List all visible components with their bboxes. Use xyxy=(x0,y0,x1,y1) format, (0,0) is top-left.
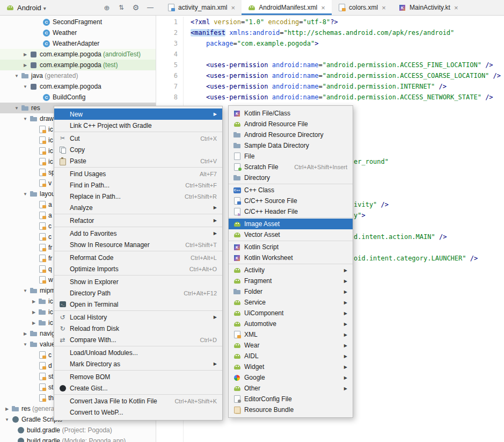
tab-label: activity_main.xml xyxy=(178,4,227,11)
menu-item-open-in-terminal[interactable]: Open in Terminal xyxy=(54,299,222,310)
tab-androidmanifest-xml[interactable]: AndroidManifest.xml xyxy=(242,0,332,15)
chevron-down-icon[interactable] xyxy=(21,288,29,293)
settings-gear-icon[interactable] xyxy=(132,3,140,12)
indent xyxy=(0,205,30,205)
tree-item-com-example-pogoda[interactable]: com.example.pogoda xyxy=(0,81,156,92)
tree-item-build-gradle-project-pogoda[interactable]: build.gradle (Project: Pogoda) xyxy=(0,425,156,436)
menu-item-find-in-path[interactable]: Find in Path...Ctrl+Shift+F xyxy=(54,179,222,191)
menu-item-cut[interactable]: CutCtrl+X xyxy=(54,133,222,144)
menu-item-widget[interactable]: Widget xyxy=(229,361,353,372)
menu-item-vector-asset[interactable]: Vector Asset xyxy=(229,229,353,240)
chevron-right-icon[interactable] xyxy=(3,407,11,411)
menu-item-aidl[interactable]: AIDL xyxy=(229,351,353,361)
menu-item-load-unload-modules[interactable]: Load/Unload Modules... xyxy=(54,347,222,358)
menu-item-add-to-favorites[interactable]: Add to Favorites xyxy=(54,228,222,239)
menu-item-show-in-explorer[interactable]: Show in Explorer xyxy=(54,276,222,287)
tree-item-java-generated[interactable]: java (generated) xyxy=(0,70,156,81)
menu-item-analyze[interactable]: Analyze xyxy=(54,202,222,213)
menu-item-c-class[interactable]: C++ Class xyxy=(229,185,353,195)
chevron-down-icon[interactable] xyxy=(13,74,20,78)
chevron-right-icon[interactable] xyxy=(21,52,29,57)
menu-item-show-in-resource-manager[interactable]: Show In Resource ManagerCtrl+Shift+T xyxy=(54,239,222,250)
menu-item-android-resource-file[interactable]: Android Resource File xyxy=(229,119,353,129)
chevron-down-icon[interactable] xyxy=(21,117,29,121)
menu-item-find-usages[interactable]: Find UsagesAlt+F7 xyxy=(54,168,222,179)
tab-mainactivity-kt[interactable]: MainActivity.kt xyxy=(392,0,465,15)
chevron-right-icon[interactable] xyxy=(30,299,38,304)
menu-item-optimize-imports[interactable]: Optimize ImportsCtrl+Alt+O xyxy=(54,263,222,274)
chevron-right-icon[interactable] xyxy=(30,310,38,315)
chevron-right-icon[interactable] xyxy=(30,321,38,325)
menu-item-directory-path[interactable]: Directory PathCtrl+Alt+F12 xyxy=(54,287,222,299)
menu-item-reload-from-disk[interactable]: Reload from Disk xyxy=(54,323,222,334)
menu-item-image-asset[interactable]: Image Asset xyxy=(229,219,353,229)
menu-item-kotlin-script[interactable]: Kotlin Script xyxy=(229,242,353,252)
menu-shortcut: Ctrl+V xyxy=(200,158,217,164)
tree-item-buildconfig[interactable]: BuildConfig xyxy=(0,92,156,103)
chevron-down-icon[interactable] xyxy=(21,342,29,347)
menu-item-wear[interactable]: Wear xyxy=(229,340,353,351)
menu-item-link-c-project-with-gradle[interactable]: Link C++ Project with Gradle xyxy=(54,120,222,131)
menu-item-resource-bundle[interactable]: Resource Bundle xyxy=(229,404,353,415)
menu-item-create-gist[interactable]: Create Gist... xyxy=(54,382,222,394)
chevron-right-icon[interactable] xyxy=(21,331,29,336)
menu-item-c-c-header-file[interactable]: C/C++ Header File xyxy=(229,206,353,217)
menu-item-activity[interactable]: Activity xyxy=(229,265,353,276)
menu-item-label: C/C++ Source File xyxy=(244,197,297,205)
tree-item-com-example-pogoda-test[interactable]: com.example.pogoda (test) xyxy=(0,60,156,70)
menu-item-service[interactable]: Service xyxy=(229,297,353,308)
project-view-selector[interactable]: Android xyxy=(17,4,46,12)
menu-item-file[interactable]: File xyxy=(229,151,353,162)
menu-item-other[interactable]: Other xyxy=(229,383,353,394)
menu-item-compare-with[interactable]: Compare With...Ctrl+D xyxy=(54,334,222,345)
tree-item-build-gradle-module-pogoda-app[interactable]: build.gradle (Module: Pogoda.app) xyxy=(0,436,156,442)
menu-item-convert-java-file-to-kotlin-file[interactable]: Convert Java File to Kotlin FileCtrl+Alt… xyxy=(54,395,222,407)
menu-item-kotlin-file-class[interactable]: Kotlin File/Class xyxy=(229,108,353,119)
chevron-right-icon[interactable] xyxy=(21,63,29,68)
menu-item-sample-data-directory[interactable]: Sample Data Directory xyxy=(229,140,353,151)
menu-item-scratch-file[interactable]: Scratch FileCtrl+Alt+Shift+Insert xyxy=(229,162,353,172)
chevron-down-icon[interactable] xyxy=(21,84,29,89)
tree-item-label: ic xyxy=(48,158,53,165)
menu-item-folder[interactable]: Folder xyxy=(229,286,353,297)
menu-item-google[interactable]: Google xyxy=(229,372,353,383)
menu-item-paste[interactable]: PasteCtrl+V xyxy=(54,155,222,166)
menu-item-uicomponent[interactable]: UiComponent xyxy=(229,308,353,318)
close-icon[interactable] xyxy=(381,4,387,11)
tree-item-com-example-pogoda-androidtest[interactable]: com.example.pogoda (androidTest) xyxy=(0,49,156,60)
terminal-icon xyxy=(58,300,67,309)
menu-item-editorconfig-file[interactable]: EditorConfig File xyxy=(229,394,353,404)
tree-item-secondfragment[interactable]: SecondFragment xyxy=(0,17,156,27)
menu-item-copy[interactable]: Copy xyxy=(54,144,222,155)
tree-item-label: com.example.pogoda xyxy=(40,83,101,90)
menu-item-directory[interactable]: Directory xyxy=(229,172,353,183)
close-icon[interactable] xyxy=(453,4,459,11)
collapse-all-icon[interactable] xyxy=(117,3,126,12)
menu-item-android-resource-directory[interactable]: Android Resource Directory xyxy=(229,129,353,140)
menu-item-fragment[interactable]: Fragment xyxy=(229,276,353,286)
locate-icon[interactable] xyxy=(103,3,111,12)
hide-panel-icon[interactable] xyxy=(146,3,155,12)
tree-item-weatheradapter[interactable]: WeatherAdapter xyxy=(0,38,156,49)
menu-item-new[interactable]: New xyxy=(54,108,222,120)
close-icon[interactable] xyxy=(230,4,236,11)
tab-activity-main-xml[interactable]: activity_main.xml xyxy=(161,0,242,15)
tree-item-weather[interactable]: Weather xyxy=(0,27,156,38)
tab-colors-xml[interactable]: colors.xml xyxy=(332,0,392,15)
menu-item-local-history[interactable]: Local History xyxy=(54,311,222,323)
chevron-down-icon[interactable] xyxy=(3,417,11,422)
menu-item-label: Cut xyxy=(70,135,80,142)
menu-item-automotive[interactable]: Automotive xyxy=(229,318,353,329)
menu-item-xml[interactable]: XML xyxy=(229,329,353,340)
menu-item-convert-to-webp[interactable]: Convert to WebP... xyxy=(54,407,222,418)
menu-item-c-c-source-file[interactable]: C/C++ Source File xyxy=(229,195,353,206)
menu-item-refactor[interactable]: Refactor xyxy=(54,215,222,226)
menu-item-mark-directory-as[interactable]: Mark Directory as xyxy=(54,358,222,369)
menu-item-kotlin-worksheet[interactable]: Kotlin Worksheet xyxy=(229,252,353,263)
menu-item-replace-in-path[interactable]: Replace in Path...Ctrl+Shift+R xyxy=(54,191,222,202)
menu-item-reformat-code[interactable]: Reformat CodeCtrl+Alt+L xyxy=(54,252,222,263)
close-icon[interactable] xyxy=(320,4,326,11)
chevron-down-icon[interactable] xyxy=(13,106,20,111)
menu-item-remove-bom[interactable]: Remove BOM xyxy=(54,371,222,382)
chevron-down-icon[interactable] xyxy=(21,192,29,197)
